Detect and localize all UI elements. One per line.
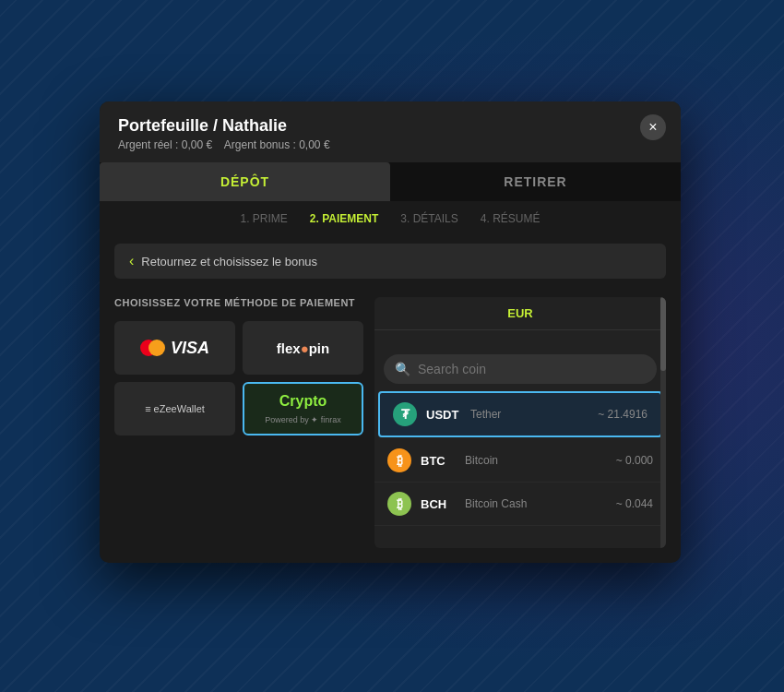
- crypto-powered-label: Powered by ✦ finrax: [265, 415, 341, 424]
- usdt-amount: ~ 21.4916: [598, 408, 647, 421]
- step-3: 3. DÉTAILS: [400, 212, 457, 225]
- currency-header: EUR: [374, 297, 666, 330]
- btc-icon: ₿: [387, 448, 411, 472]
- payment-crypto[interactable]: Crypto Powered by ✦ finrax: [243, 382, 363, 435]
- coin-item-btc[interactable]: ₿ BTC Bitcoin ~ 0.000: [374, 439, 666, 483]
- btc-icon-char: ₿: [397, 453, 403, 468]
- content-area: CHOISISSEZ VOTRE MÉTHODE DE PAIEMENT VIS…: [100, 286, 681, 563]
- bonus-money-label: Argent bonus :: [224, 138, 296, 151]
- steps-bar: 1. PRIME 2. PAIEMENT 3. DÉTAILS 4. RÉSUM…: [100, 201, 681, 236]
- btc-amount: ~ 0.000: [616, 454, 653, 467]
- step-1: 1. PRIME: [241, 212, 288, 225]
- spacer: [374, 330, 666, 345]
- usdt-icon-char: ₮: [401, 407, 410, 422]
- search-box[interactable]: 🔍: [384, 354, 657, 384]
- flexpin-label: flex●pin: [277, 340, 329, 356]
- bch-icon: ₿: [387, 492, 411, 516]
- step-2: 2. PAIEMENT: [310, 212, 378, 225]
- usdt-name: Tether: [470, 408, 588, 421]
- payment-grid: VISA flex●pin ≡ eZeeWallet Crypto Powere…: [114, 321, 363, 435]
- coin-list: ₮ USDT Tether ~ 21.4916 ₿ BTC Bitcoin ~ …: [374, 389, 666, 526]
- flexpin-dot: ●: [301, 340, 309, 356]
- tab-deposit[interactable]: DÉPÔT: [100, 162, 390, 201]
- modal-title: Portefeuille / Nathalie: [118, 116, 662, 136]
- usdt-ticker: USDT: [426, 408, 461, 422]
- bch-ticker: BCH: [421, 497, 456, 511]
- crypto-label: Crypto: [279, 393, 327, 410]
- scrollbar[interactable]: [660, 297, 666, 548]
- payment-ezeewallet[interactable]: ≡ eZeeWallet: [114, 382, 235, 435]
- search-coin-input[interactable]: [418, 362, 646, 376]
- crypto-coin-selector: EUR 🔍 ₮ USDT Tether ~ 21.4916: [374, 297, 666, 548]
- bch-amount: ~ 0.044: [616, 497, 653, 510]
- wallet-modal: Portefeuille / Nathalie Argent réel : 0,…: [100, 101, 681, 563]
- search-icon: 🔍: [395, 362, 410, 376]
- bch-name: Bitcoin Cash: [465, 497, 607, 510]
- back-chevron-icon: ‹: [129, 253, 134, 269]
- mc-circle-orange: [148, 340, 165, 356]
- tab-row: DÉPÔT RETIRER: [100, 162, 681, 201]
- left-panel: CHOISISSEZ VOTRE MÉTHODE DE PAIEMENT VIS…: [114, 297, 363, 548]
- back-label: Retournez et choisissez le bonus: [141, 255, 317, 268]
- payment-section-title: CHOISISSEZ VOTRE MÉTHODE DE PAIEMENT: [114, 297, 363, 308]
- payment-visa[interactable]: VISA: [114, 321, 235, 375]
- usdt-icon: ₮: [393, 402, 417, 426]
- step-4: 4. RÉSUMÉ: [481, 212, 540, 225]
- btc-ticker: BTC: [421, 454, 456, 468]
- ezeewallet-label: ≡ eZeeWallet: [145, 403, 205, 414]
- bonus-money-value: 0,00 €: [299, 138, 329, 151]
- tab-withdraw[interactable]: RETIRER: [390, 162, 681, 201]
- mastercard-icon: [140, 340, 165, 356]
- close-button[interactable]: ×: [640, 114, 666, 140]
- coin-item-bch[interactable]: ₿ BCH Bitcoin Cash ~ 0.044: [374, 483, 666, 526]
- real-money-value: 0,00 €: [182, 138, 212, 151]
- coin-item-usdt[interactable]: ₮ USDT Tether ~ 21.4916: [378, 391, 662, 437]
- bch-icon-char: ₿: [397, 496, 403, 511]
- real-money-label: Argent réel :: [118, 138, 178, 151]
- payment-flexpin[interactable]: flex●pin: [243, 321, 363, 375]
- back-button[interactable]: ‹ Retournez et choisissez le bonus: [114, 244, 666, 279]
- visa-label: VISA: [171, 339, 209, 358]
- btc-name: Bitcoin: [465, 454, 607, 467]
- modal-subtitle: Argent réel : 0,00 € Argent bonus : 0,00…: [118, 138, 662, 151]
- scrollbar-thumb[interactable]: [660, 297, 666, 371]
- modal-header: Portefeuille / Nathalie Argent réel : 0,…: [100, 101, 681, 162]
